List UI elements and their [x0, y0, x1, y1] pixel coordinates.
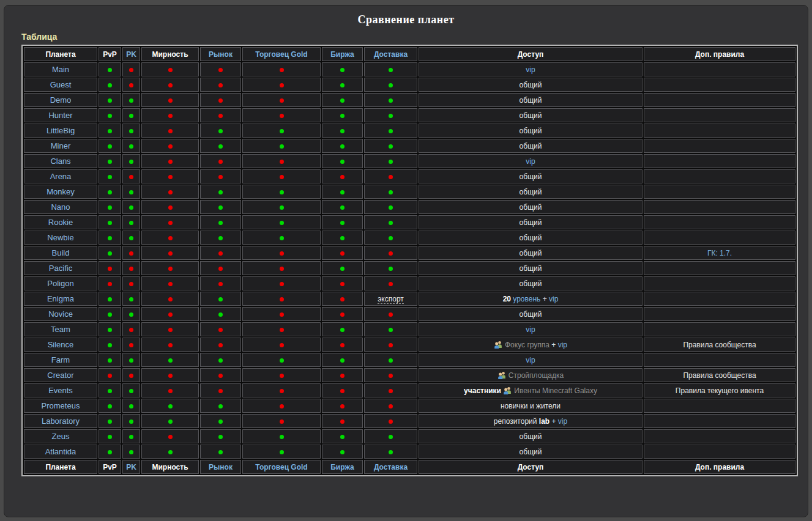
planet-link[interactable]: Pacific [49, 264, 72, 273]
cell-text: общий [520, 249, 542, 257]
export-hint[interactable]: экспорт [378, 295, 404, 304]
access-link[interactable]: vip [549, 295, 558, 303]
planet-link[interactable]: LittleBig [47, 126, 75, 135]
status-cell [242, 154, 321, 168]
column-header-доп-правила: Доп. правила [644, 460, 795, 474]
status-cell [99, 62, 121, 76]
status-cell [364, 215, 417, 229]
status-dot-red [129, 328, 133, 332]
planet-link[interactable]: Newbie [47, 233, 73, 242]
status-cell [99, 276, 121, 290]
column-header-link[interactable]: Доставка [374, 50, 408, 59]
planet-link[interactable]: Team [51, 325, 70, 334]
status-dot-green [340, 83, 345, 87]
planet-link[interactable]: Farm [51, 355, 70, 364]
planet-link[interactable]: Guest [50, 80, 72, 89]
group-link[interactable]: Фокус группа [505, 341, 549, 349]
planet-link[interactable]: Monkey [47, 187, 75, 196]
planet-link[interactable]: Enigma [47, 294, 74, 303]
planet-link[interactable]: Hunter [48, 111, 72, 120]
column-header-биржа: Биржа [322, 47, 363, 61]
status-dot-red [280, 175, 284, 179]
access-link[interactable]: уровень [513, 295, 540, 303]
status-dot-green [340, 205, 345, 210]
status-cell [322, 261, 363, 275]
status-dot-red [218, 343, 223, 347]
group-link[interactable]: Стройплощадка [508, 371, 564, 380]
access-link[interactable]: vip [526, 356, 535, 364]
column-header-link[interactable]: Биржа [330, 50, 354, 59]
status-cell [141, 338, 199, 352]
status-cell [242, 78, 321, 92]
column-header-link[interactable]: Рынок [209, 50, 233, 59]
planet-cell: Team [24, 322, 97, 336]
planet-link[interactable]: Silence [48, 340, 74, 349]
status-cell [200, 307, 241, 321]
access-cell: общий [419, 139, 643, 153]
cell-text: + [549, 417, 558, 426]
status-dot-green [389, 98, 393, 103]
status-cell [242, 383, 321, 397]
planet-cell: Prometeus [24, 399, 97, 413]
access-link[interactable]: vip [558, 341, 567, 349]
group-link[interactable]: Ивенты Minecraft Galaxy [514, 386, 597, 395]
access-link[interactable]: ГК: 1.7. [707, 249, 732, 257]
planet-link[interactable]: Creator [47, 371, 73, 380]
planet-link[interactable]: Poligon [47, 279, 73, 288]
column-header-link[interactable]: Доставка [374, 463, 408, 471]
column-header-мирность: Мирность [141, 460, 199, 474]
planet-link[interactable]: Novice [48, 309, 73, 319]
column-header-link[interactable]: PK [126, 463, 136, 471]
table-row: Hunterобщий [24, 108, 795, 122]
planet-link[interactable]: Arena [50, 172, 72, 181]
column-header-link[interactable]: PK [126, 50, 136, 59]
planet-cell: Main [24, 62, 97, 76]
status-dot-red [218, 267, 223, 271]
column-header-link[interactable]: Биржа [330, 463, 354, 471]
status-cell [99, 124, 121, 138]
table-row: Zeusобщий [24, 429, 795, 443]
status-dot-green [108, 404, 112, 408]
status-cell [200, 62, 241, 76]
planet-link[interactable]: Zeus [52, 432, 70, 441]
planet-link[interactable]: Rookie [48, 218, 73, 227]
planet-link[interactable]: Main [52, 65, 69, 74]
planet-link[interactable]: Laboratory [42, 416, 80, 426]
column-header-link[interactable]: Торговец Gold [255, 463, 307, 471]
status-cell [322, 353, 363, 367]
status-cell [99, 215, 121, 229]
status-dot-green [280, 236, 284, 240]
status-cell [122, 338, 140, 352]
planet-link[interactable]: Events [48, 386, 73, 395]
status-dot-red [389, 389, 393, 393]
column-header-link[interactable]: Торговец Gold [255, 50, 307, 59]
status-dot-red [340, 374, 345, 378]
status-dot-green [218, 404, 223, 408]
access-cell: общий [419, 78, 643, 92]
planet-link[interactable]: Atlantida [45, 447, 76, 456]
status-dot-green [389, 328, 393, 332]
extra-rules-cell [644, 261, 795, 275]
status-dot-green [168, 358, 173, 363]
planet-cell: Enigma [24, 292, 97, 306]
planet-link[interactable]: Prometeus [42, 401, 80, 410]
access-cell: общий [419, 246, 643, 260]
table-row: Teamvip [24, 322, 795, 336]
status-cell [364, 246, 417, 260]
access-link[interactable]: vip [526, 65, 535, 74]
section-label: Таблица [21, 32, 808, 42]
planet-link[interactable]: Miner [51, 141, 71, 150]
access-link[interactable]: vip [526, 325, 535, 334]
status-dot-green [389, 267, 393, 271]
planet-link[interactable]: Clans [50, 157, 70, 166]
status-dot-red [129, 282, 133, 286]
planet-link[interactable]: Build [52, 248, 70, 257]
cell-text: lab [539, 417, 549, 426]
access-link[interactable]: vip [558, 417, 567, 426]
column-header-link[interactable]: Рынок [209, 463, 233, 471]
status-dot-red [168, 144, 173, 149]
status-cell [200, 215, 241, 229]
planet-link[interactable]: Demo [50, 95, 72, 105]
planet-link[interactable]: Nano [51, 202, 70, 212]
access-link[interactable]: vip [526, 157, 535, 166]
